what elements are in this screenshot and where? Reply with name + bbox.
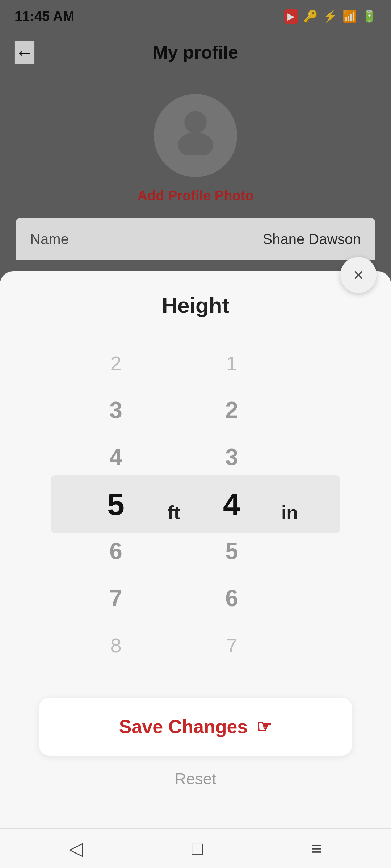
feet-item-3[interactable]: 3 [80, 387, 152, 434]
inches-item-2[interactable]: 2 [196, 387, 268, 434]
close-icon: × [353, 264, 363, 285]
height-picker[interactable]: 2 3 4 5 6 7 8 ft 1 2 3 4 5 6 7 [0, 332, 391, 676]
reset-button[interactable]: Reset [0, 770, 391, 788]
inches-item-3[interactable]: 3 [196, 434, 268, 481]
feet-item-6[interactable]: 6 [80, 528, 152, 575]
height-picker-modal: × Height 2 3 4 5 6 7 8 ft 1 [0, 271, 391, 868]
feet-item-7[interactable]: 7 [80, 575, 152, 622]
inches-item-1[interactable]: 1 [196, 340, 268, 387]
modal-title: Height [0, 271, 391, 332]
nav-home-button[interactable]: □ [192, 838, 203, 859]
close-button[interactable]: × [340, 257, 377, 293]
inches-picker-column[interactable]: 1 2 3 4 5 6 7 [196, 340, 268, 669]
feet-item-8[interactable]: 8 [80, 622, 152, 669]
modal-overlay: × Height 2 3 4 5 6 7 8 ft 1 [0, 0, 391, 868]
feet-unit-label: ft [168, 502, 180, 523]
inches-item-5[interactable]: 5 [196, 528, 268, 575]
save-changes-label: Save Changes [119, 716, 248, 737]
feet-picker-column[interactable]: 2 3 4 5 6 7 8 [80, 340, 152, 669]
save-button-container: Save Changes ☞ [39, 698, 352, 756]
bottom-nav-bar: ◁ □ ≡ [0, 828, 391, 868]
inches-item-7[interactable]: 7 [196, 622, 268, 669]
nav-back-button[interactable]: ◁ [69, 838, 83, 859]
inches-unit-label: in [281, 502, 298, 523]
save-changes-button[interactable]: Save Changes ☞ [39, 698, 352, 756]
inches-item-4-selected[interactable]: 4 [196, 481, 268, 528]
nav-menu-button[interactable]: ≡ [311, 838, 322, 859]
inches-item-6[interactable]: 6 [196, 575, 268, 622]
feet-item-4[interactable]: 4 [80, 434, 152, 481]
feet-item-2[interactable]: 2 [80, 340, 152, 387]
cursor-icon: ☞ [256, 716, 272, 737]
feet-item-5-selected[interactable]: 5 [80, 481, 152, 528]
